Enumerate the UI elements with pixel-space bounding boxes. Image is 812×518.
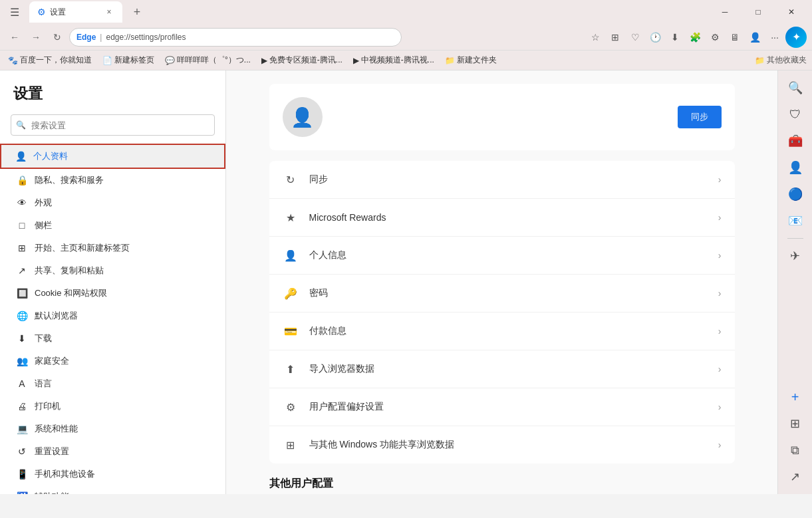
settings-item-sync[interactable]: ↻ 同步 ›: [269, 161, 735, 199]
settings-item-windows-share[interactable]: ⊞ 与其他 Windows 功能共享浏览数据 ›: [269, 426, 735, 463]
settings-item-import[interactable]: ⬆ 导入浏览器数据 ›: [269, 350, 735, 388]
heart-button[interactable]: ♡: [626, 28, 644, 47]
windows-share-label: 与其他 Windows 功能共享浏览数据: [309, 439, 718, 451]
bookmark-folder-icon: 📁: [445, 56, 455, 65]
address-text: edge://settings/profiles: [106, 33, 186, 42]
settings-item-personal-info[interactable]: 👤 个人信息 ›: [269, 237, 735, 275]
forward-button[interactable]: →: [27, 28, 45, 47]
navigation-bar: ← → ↻ Edge | edge://settings/profiles ☆ …: [0, 24, 812, 51]
sidebar-item-start-label: 开始、主页和新建标签页: [35, 242, 130, 254]
sync-label: 同步: [309, 174, 718, 186]
sidebar-item-system[interactable]: 💻 系统和性能: [3, 418, 223, 440]
sync-button[interactable]: 同步: [678, 106, 722, 128]
sidebar-user-btn[interactable]: 👤: [783, 156, 807, 180]
profile-avatar: 👤: [283, 97, 323, 137]
sync-icon: ↻: [283, 172, 299, 188]
menu-icon[interactable]: ☰: [5, 3, 24, 21]
collections-button[interactable]: ⊞: [606, 28, 624, 47]
refresh-button[interactable]: ↻: [48, 28, 67, 47]
sidebar-item-cookie[interactable]: 🔲 Cookie 和网站权限: [3, 282, 223, 305]
star-button[interactable]: ☆: [586, 28, 605, 47]
sidebar-copilot-btn[interactable]: 🔵: [783, 182, 807, 206]
sidebar-window-btn[interactable]: ⧉: [783, 438, 807, 462]
sidebar-item-profile-label: 个人资料: [33, 150, 68, 162]
bookmark-newtab[interactable]: 📄 新建标签页: [100, 53, 157, 67]
more-button[interactable]: ···: [765, 28, 784, 47]
sidebar-item-default-browser[interactable]: 🌐 默认浏览器: [3, 305, 223, 327]
extensions-button[interactable]: 🧩: [686, 28, 704, 47]
settings-item-user-prefs[interactable]: ⚙ 用户配置偏好设置 ›: [269, 388, 735, 426]
downloads-button[interactable]: ⬇: [666, 28, 684, 47]
profile-card: 👤 同步: [269, 84, 735, 150]
window-controls: ─ □ ✕: [710, 1, 807, 23]
sidebar-item-reset-label: 重置设置: [35, 446, 69, 457]
sidebar-item-download[interactable]: ⬇ 下载: [3, 327, 223, 350]
sidebar-item-download-label: 下载: [35, 332, 52, 344]
sidebar-tool-btn[interactable]: 🧰: [783, 129, 807, 153]
sidebar-item-start[interactable]: ⊞ 开始、主页和新建标签页: [3, 237, 223, 259]
password-icon: 🔑: [283, 285, 299, 301]
sidebar-add-btn[interactable]: +: [783, 385, 807, 409]
personal-info-icon: 👤: [283, 247, 299, 263]
bookmark-tencent1-label: 免费专区频道-腾讯...: [269, 55, 342, 66]
sidebar-bookmark-btn[interactable]: 🛡: [783, 102, 807, 126]
bookmarks-more-button[interactable]: 📁 其他收藏夹: [755, 55, 807, 66]
sidebar-item-family[interactable]: 👥 家庭安全: [3, 350, 223, 372]
sidebar-item-privacy[interactable]: 🔒 隐私、搜索和服务: [3, 169, 223, 192]
history-button[interactable]: 🕐: [646, 28, 664, 47]
print-icon: 🖨: [16, 400, 28, 412]
search-box: [11, 114, 215, 136]
copilot-button[interactable]: ✦: [785, 27, 807, 48]
appearance-icon: 👁: [16, 197, 28, 209]
share-icon: ↗: [16, 265, 28, 277]
bookmark-folder-label: 新建文件夹: [457, 55, 497, 66]
new-tab-button[interactable]: +: [128, 3, 146, 21]
personal-info-arrow: ›: [718, 250, 722, 261]
sidebar-external-btn[interactable]: ↗: [783, 465, 807, 489]
system-icon: 💻: [16, 423, 28, 435]
maximize-button[interactable]: □: [743, 1, 773, 23]
bookmark-chat[interactable]: 💬 咩咩咩咩（゜°）つ...: [162, 53, 253, 67]
settings-item-password[interactable]: 🔑 密码 ›: [269, 275, 735, 313]
address-bar[interactable]: Edge | edge://settings/profiles: [69, 28, 402, 47]
close-button[interactable]: ✕: [776, 1, 807, 23]
sidebar-item-profile[interactable]: 👤 个人资料: [0, 144, 225, 169]
bookmark-folder[interactable]: 📁 新建文件夹: [442, 53, 499, 67]
sidebar-item-mobile-label: 手机和其他设备: [35, 468, 95, 480]
sidebar-separator: [787, 238, 803, 239]
sidebar-item-appearance-label: 外观: [35, 197, 52, 209]
payment-icon: 💳: [283, 323, 299, 339]
sidebar-item-language[interactable]: A 语言: [3, 372, 223, 395]
settings-item-payment[interactable]: 💳 付款信息 ›: [269, 313, 735, 350]
profile-btn[interactable]: 👤: [745, 28, 764, 47]
tab-close-btn[interactable]: ×: [104, 7, 114, 17]
sidebar-item-appearance[interactable]: 👁 外观: [3, 192, 223, 214]
browser-tab[interactable]: ⚙ 设置 ×: [29, 1, 122, 23]
sidebar-search-btn[interactable]: 🔍: [783, 76, 807, 100]
sidebar-item-system-label: 系统和性能: [35, 423, 78, 435]
screen-btn[interactable]: 🖥: [726, 28, 744, 47]
back-button[interactable]: ←: [5, 28, 24, 47]
sidebar-item-mobile[interactable]: 📱 手机和其他设备: [3, 463, 223, 485]
sidebar-item-sidebar[interactable]: □ 侧栏: [3, 214, 223, 237]
sidebar-grid-btn[interactable]: ⊞: [783, 412, 807, 436]
bookmark-chat-label: 咩咩咩咩（゜°）つ...: [177, 55, 251, 66]
tab-settings-icon: ⚙: [37, 7, 46, 17]
bookmark-tencent2[interactable]: ▶ 中视频频道-腾讯视...: [350, 53, 437, 67]
sidebar-message-btn[interactable]: ✈: [783, 244, 807, 268]
user-prefs-arrow: ›: [718, 402, 722, 412]
sidebar-item-reset[interactable]: ↺ 重置设置: [3, 440, 223, 463]
sidebar-item-accessibility[interactable]: ♿ 辅助功能: [3, 485, 223, 494]
settings-item-rewards[interactable]: ★ Microsoft Rewards ›: [269, 199, 735, 237]
minimize-button[interactable]: ─: [710, 1, 740, 23]
bookmark-baidu[interactable]: 🐾 百度一下，你就知道: [5, 53, 94, 67]
bookmark-tencent2-icon: ▶: [353, 56, 359, 65]
sidebar-outlook-btn[interactable]: 📧: [783, 209, 807, 233]
rewards-arrow: ›: [718, 212, 722, 223]
sidebar-item-print[interactable]: 🖨 打印机: [3, 395, 223, 418]
browser-settings-btn[interactable]: ⚙: [706, 28, 724, 47]
search-input[interactable]: [11, 114, 215, 136]
bookmark-tencent1[interactable]: ▶ 免费专区频道-腾讯...: [259, 53, 345, 67]
sidebar-item-share[interactable]: ↗ 共享、复制和粘贴: [3, 259, 223, 282]
start-icon: ⊞: [16, 242, 28, 254]
